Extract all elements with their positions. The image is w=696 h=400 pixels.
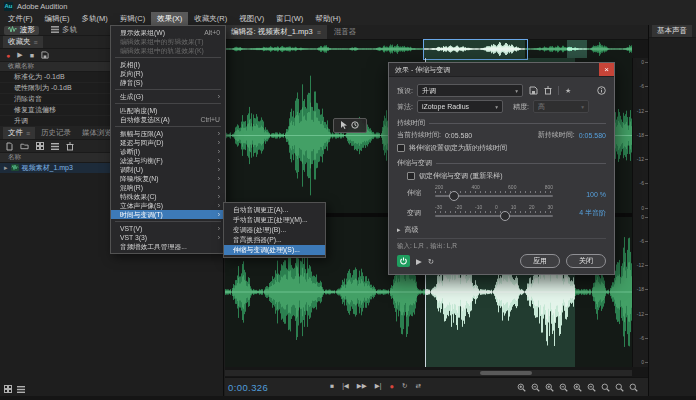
effects-menu-item[interactable]: 立体声声像(S)›: [111, 201, 225, 210]
skip-selection-button[interactable]: ⇄: [415, 383, 420, 391]
effects-menu-item[interactable]: 反相(I): [111, 60, 225, 69]
zoom-full-button[interactable]: [629, 383, 638, 392]
waveform-view-button[interactable]: 波形: [4, 26, 39, 35]
record-favorite-icon[interactable]: ●: [6, 52, 10, 59]
twirl-right-icon[interactable]: ▸: [4, 164, 8, 172]
menubar-item[interactable]: 编辑(E): [39, 12, 76, 25]
effects-menu-item[interactable]: 反向(R): [111, 69, 225, 78]
multitrack-view-button[interactable]: 多轨: [47, 26, 81, 35]
menubar-item[interactable]: 效果(X): [151, 12, 188, 25]
stop-button[interactable]: ■: [330, 383, 334, 391]
tab-history[interactable]: 历史记录: [36, 127, 76, 139]
preview-loop-button[interactable]: ↻: [428, 257, 434, 266]
time-display[interactable]: 0:00.326: [228, 382, 268, 393]
loop-button[interactable]: ↻: [402, 383, 407, 391]
tab-essential-sound[interactable]: 基本声音: [652, 25, 692, 37]
effects-menu-item[interactable]: 混响(R)›: [111, 183, 225, 192]
menubar-item[interactable]: 帮助(H): [309, 12, 346, 25]
effects-menu-item[interactable]: 调制(U)›: [111, 165, 225, 174]
effects-menu-item[interactable]: 音频增效工具管理器...: [111, 242, 225, 251]
trash-icon[interactable]: [66, 142, 74, 151]
lock-duration-checkbox[interactable]: [397, 144, 405, 152]
zoom-in-v-button[interactable]: [573, 383, 582, 392]
save-preset-icon[interactable]: [529, 86, 538, 95]
effects-menu-item[interactable]: 生成(G)›: [111, 92, 225, 101]
media-browser-icon[interactable]: [36, 142, 44, 150]
effects-menu-item[interactable]: 延迟与回声(D)›: [111, 138, 225, 147]
selection-hud[interactable]: [333, 118, 367, 133]
scrollbar-thumb[interactable]: [480, 371, 532, 375]
menubar-item[interactable]: 文件(F): [2, 12, 39, 25]
effects-menu-item[interactable]: 匹配响度(M): [111, 106, 225, 115]
algorithm-select[interactable]: iZotope Radius ▾: [417, 100, 503, 113]
zoom-out-h-button[interactable]: [559, 383, 568, 392]
effects-menu-item[interactable]: 滤波与均衡(F)›: [111, 156, 225, 165]
info-icon[interactable]: [597, 86, 606, 95]
stretch-slider[interactable]: 200400600800: [435, 184, 553, 201]
panel-menu-icon[interactable]: ≡: [34, 39, 38, 46]
preview-play-button[interactable]: ▶: [416, 257, 422, 266]
time-pitch-submenu-item[interactable]: 伸缩与变调(处理)(S)...: [224, 245, 325, 255]
new-duration-value[interactable]: 0:05.580: [579, 132, 606, 139]
stretch-value[interactable]: 100 %: [586, 191, 606, 201]
insert-into-multitrack-icon[interactable]: [51, 143, 59, 150]
effects-menu-item[interactable]: 振幅与压限(A)›: [111, 129, 225, 138]
tab-files[interactable]: 文件≡: [3, 127, 35, 139]
zoom-out-button[interactable]: [531, 383, 540, 392]
effects-menu-item[interactable]: VST 3(3)›: [111, 233, 225, 242]
skip-to-end-button[interactable]: ▶|: [375, 383, 382, 391]
zoom-in-h-button[interactable]: [545, 383, 554, 392]
editor-panel-menu-icon[interactable]: ≡: [317, 29, 321, 36]
effects-menu-item[interactable]: 诊断(I)›: [111, 147, 225, 156]
overview-view-box[interactable]: [423, 39, 528, 60]
menubar-item[interactable]: 剪辑(C): [114, 12, 151, 25]
effects-menu-item[interactable]: 降噪/恢复(N)›: [111, 174, 225, 183]
effects-menu-item[interactable]: 时间与变调(T)›: [111, 210, 225, 219]
zoom-selection-button[interactable]: [601, 383, 610, 392]
grid-view-icon[interactable]: [4, 385, 12, 393]
effects-menu-item[interactable]: 编辑效果组中的剪辑效果(T): [111, 37, 225, 46]
pitch-slider[interactable]: -30-20-100102030: [435, 204, 553, 221]
play-favorite-icon[interactable]: ▶: [17, 51, 22, 59]
effects-menu-item[interactable]: 特殊效果(C)›: [111, 192, 225, 201]
dialog-close-icon[interactable]: ×: [599, 63, 614, 76]
apply-button[interactable]: 应用: [520, 254, 560, 268]
pitch-slider-track[interactable]: [435, 215, 553, 217]
panel-menu-icon[interactable]: ≡: [26, 130, 30, 137]
toggle-effect-button[interactable]: [397, 255, 410, 267]
effects-menu-item[interactable]: 静音(S): [111, 78, 225, 87]
import-file-icon[interactable]: [6, 142, 13, 151]
close-button[interactable]: 关闭: [566, 254, 606, 268]
time-pitch-submenu-item[interactable]: 变调器(处理)(B)...: [224, 225, 325, 235]
time-pitch-submenu-item[interactable]: 自动音调更正(A)...: [224, 205, 325, 215]
menubar-item[interactable]: 收藏夹(R): [188, 12, 233, 25]
tab-mixer[interactable]: 混音器: [328, 25, 363, 39]
open-folder-icon[interactable]: [20, 142, 29, 150]
time-pitch-submenu-item[interactable]: 手动音调更正(处理)(M)...: [224, 215, 325, 225]
advanced-toggle[interactable]: ▸ 高级: [397, 225, 606, 235]
effects-menu-item[interactable]: 自动修复选区(A)Ctrl+U: [111, 115, 225, 124]
tab-favorites[interactable]: 收藏夹 ≡: [3, 36, 43, 48]
zoom-selection-edge-button[interactable]: [615, 383, 624, 392]
zoom-out-v-button[interactable]: [587, 383, 596, 392]
pitch-value[interactable]: 4 半音阶: [579, 208, 606, 221]
preset-select[interactable]: 升调 ▾: [417, 84, 523, 97]
zoom-in-button[interactable]: [517, 383, 526, 392]
effects-menu-item[interactable]: 编辑效果组中的轨道效果(K): [111, 46, 225, 55]
time-pitch-submenu-item[interactable]: 音高换挡器(P)...: [224, 235, 325, 245]
pitch-slider-thumb[interactable]: [500, 211, 510, 221]
stop-favorite-icon[interactable]: ■: [30, 52, 34, 59]
list-view-icon[interactable]: [17, 385, 25, 393]
favorite-star-icon[interactable]: ★: [565, 87, 571, 95]
resample-checkbox[interactable]: [407, 172, 415, 180]
save-favorite-icon[interactable]: [41, 51, 49, 59]
menubar-item[interactable]: 窗口(W): [270, 12, 309, 25]
fast-forward-button[interactable]: ▶▶: [357, 383, 367, 391]
skip-to-start-button[interactable]: |◀: [342, 383, 349, 391]
record-button[interactable]: ●: [390, 383, 395, 391]
delete-preset-icon[interactable]: [544, 86, 552, 95]
dialog-titlebar[interactable]: 效果 - 伸缩与变调 ×: [389, 63, 614, 77]
menubar-item[interactable]: 视图(V): [233, 12, 270, 25]
menubar-item[interactable]: 多轨(M): [76, 12, 114, 25]
horizontal-scrollbar[interactable]: [225, 370, 632, 376]
